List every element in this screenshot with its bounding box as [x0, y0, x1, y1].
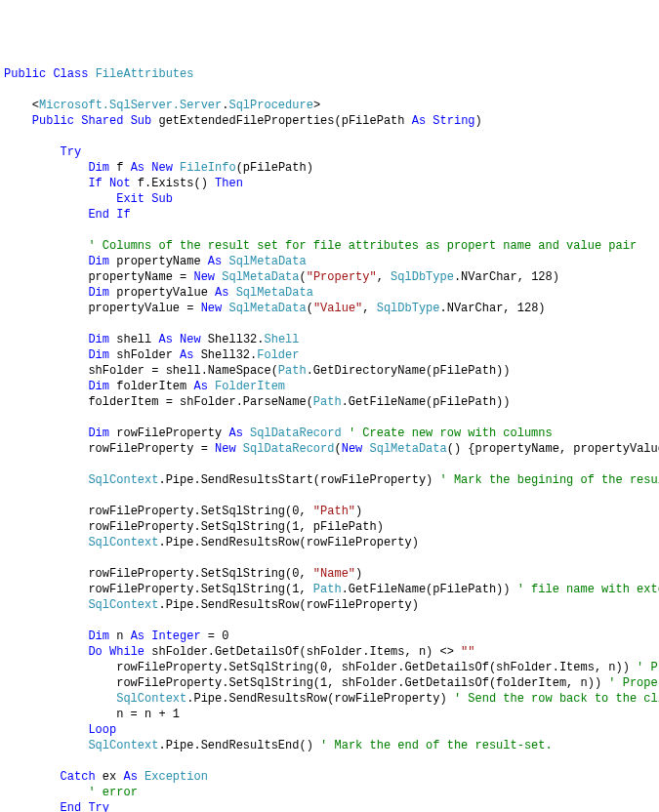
- text: .Pipe.SendResultsRow(rowFileProperty): [186, 692, 454, 706]
- comment: ' error: [88, 786, 137, 799]
- keyword: Dim: [88, 333, 109, 346]
- text: shFolder.GetDetailsOf(shFolder.Items, n)…: [144, 645, 461, 659]
- text: (pFilePath): [236, 161, 313, 175]
- type: SqlMetaData: [370, 442, 447, 456]
- text: shFolder = shell.NameSpace(: [88, 364, 277, 378]
- text: folderItem = shFolder.ParseName(: [88, 395, 312, 409]
- keyword: Not: [109, 177, 131, 190]
- text: f: [109, 161, 131, 175]
- text: rowFileProperty.SetSqlString(0,: [88, 505, 312, 518]
- string: "Property": [307, 270, 377, 284]
- keyword: New: [215, 442, 236, 456]
- text: shell: [109, 333, 158, 346]
- type: SqlDataRecord: [243, 442, 335, 456]
- text: .Pipe.SendResultsRow(rowFileProperty): [158, 536, 418, 549]
- keyword: Sub: [151, 192, 173, 206]
- text: .Pipe.SendResultsEnd(): [158, 739, 320, 752]
- text: rowFileProperty =: [88, 442, 215, 456]
- type: SqlContext: [88, 536, 158, 549]
- text: n = n + 1: [116, 708, 180, 721]
- keyword: Dim: [88, 629, 109, 643]
- type: Exception: [144, 770, 208, 784]
- text: .GetFileName(pFilePath)): [342, 583, 517, 596]
- type: FileAttributes: [96, 67, 194, 81]
- type: Microsoft.SqlServer.Server: [39, 99, 222, 112]
- string: "Path": [313, 505, 355, 518]
- comment: ' Property: [608, 676, 659, 690]
- comment: ' Mark the end of the result-set.: [320, 739, 553, 752]
- text: .GetFileName(pFilePath)): [342, 395, 511, 409]
- keyword: Do: [88, 645, 102, 659]
- comment: ' Columns of the result set for file att…: [88, 239, 637, 253]
- type: Folder: [257, 348, 299, 362]
- keyword: Dim: [88, 380, 109, 393]
- text: ): [355, 567, 362, 581]
- type: Path: [278, 364, 307, 378]
- text: .Pipe.SendResultsStart(rowFileProperty): [158, 473, 439, 487]
- type: SqlDbType: [377, 302, 440, 315]
- keyword: Dim: [88, 255, 109, 268]
- type: SqlContext: [88, 473, 158, 487]
- text: folderItem: [109, 380, 193, 393]
- keyword: String: [432, 114, 474, 128]
- text: >: [313, 99, 320, 112]
- string: "": [461, 645, 474, 659]
- keyword: Try: [88, 801, 109, 812]
- type: FileInfo: [180, 161, 236, 175]
- text: Shell32.: [201, 333, 265, 346]
- keyword: End: [61, 801, 82, 812]
- keyword: If: [88, 177, 102, 190]
- string: "Name": [313, 567, 355, 581]
- text: Shell32.: [193, 348, 257, 362]
- comment: ' Prop: [637, 661, 659, 674]
- keyword: Dim: [88, 348, 109, 362]
- text: rowFileProperty: [109, 426, 228, 440]
- keyword: Dim: [88, 286, 109, 300]
- comment: ' Mark the begining of the result-: [439, 473, 659, 487]
- type: Path: [313, 395, 342, 409]
- keyword: New: [342, 442, 363, 456]
- text: propertyName: [109, 255, 208, 268]
- text: .NVarChar, 128): [440, 302, 546, 315]
- type: SqlContext: [88, 739, 158, 752]
- keyword: Try: [61, 145, 82, 159]
- text: (: [334, 442, 341, 456]
- text: .GetDirectoryName(pFilePath)): [307, 364, 511, 378]
- text: ex: [96, 770, 124, 784]
- text: ): [355, 505, 362, 518]
- keyword: New: [201, 302, 223, 315]
- keyword: Then: [215, 177, 243, 190]
- keyword: As: [228, 426, 242, 440]
- text: shFolder: [109, 348, 180, 362]
- type: FolderItem: [215, 380, 285, 393]
- type: SqlMetaData: [228, 302, 306, 315]
- keyword: New: [151, 161, 173, 175]
- keyword: Integer: [151, 629, 200, 643]
- text: .NVarChar, 128): [454, 270, 559, 284]
- text: ,: [362, 302, 376, 315]
- keyword: Dim: [88, 426, 109, 440]
- type: SqlMetaData: [222, 270, 299, 284]
- keyword: Catch: [61, 770, 96, 784]
- text: () {propertyName, propertyValue}): [447, 442, 659, 456]
- type: SqlContext: [88, 598, 158, 612]
- keyword: As: [123, 770, 137, 784]
- string: "Value": [313, 302, 362, 315]
- text: propertyValue: [109, 286, 215, 300]
- keyword: Dim: [88, 161, 109, 175]
- keyword: If: [116, 208, 130, 222]
- keyword: While: [109, 645, 144, 659]
- keyword: As: [158, 333, 172, 346]
- keyword: As: [193, 380, 207, 393]
- text: n: [109, 629, 131, 643]
- type: SqlMetaData: [236, 286, 313, 300]
- keyword: Sub: [131, 114, 152, 128]
- keyword: Exit: [116, 192, 144, 206]
- type: SqlProcedure: [228, 99, 312, 112]
- type: SqlDbType: [391, 270, 454, 284]
- text: = 0: [201, 629, 229, 643]
- text: rowFileProperty.SetSqlString(1, shFolder…: [116, 676, 608, 690]
- type: Shell: [264, 333, 299, 346]
- keyword: As: [131, 161, 144, 175]
- keyword: Loop: [88, 723, 116, 737]
